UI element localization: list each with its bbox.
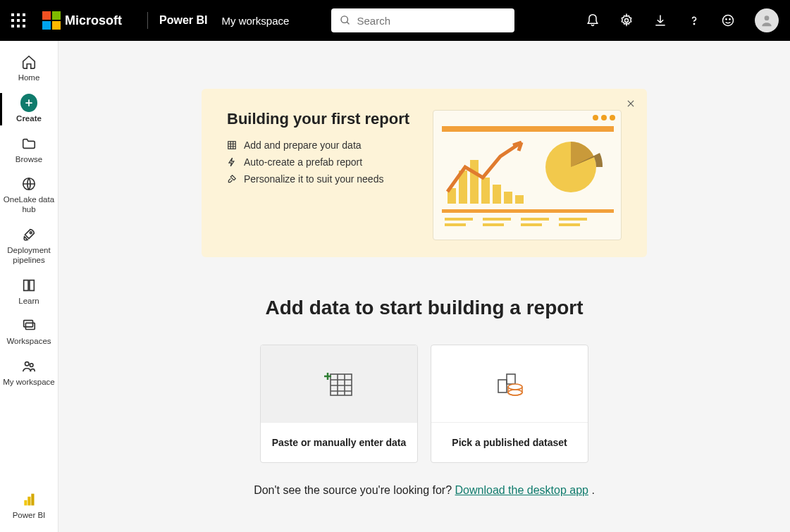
- svg-rect-38: [507, 374, 515, 384]
- close-icon: [626, 99, 636, 109]
- sidebar-item-browse[interactable]: Browse: [0, 130, 58, 171]
- banner-step: Personalize it to suit your needs: [227, 173, 424, 185]
- svg-point-3: [693, 23, 694, 24]
- svg-point-4: [723, 16, 734, 26]
- sidebar-item-label: Power BI: [13, 511, 46, 521]
- svg-rect-21: [470, 160, 479, 204]
- lightning-icon: [227, 157, 237, 167]
- rocket-icon: [20, 226, 37, 243]
- person-icon: [760, 13, 774, 27]
- feedback-icon[interactable]: [721, 13, 735, 27]
- first-report-banner: Building your first report Add and prepa…: [202, 89, 647, 257]
- create-icon: [20, 94, 37, 111]
- svg-rect-37: [498, 380, 507, 392]
- sidebar-item-my-workspace[interactable]: My workspace: [0, 352, 58, 393]
- svg-rect-11: [25, 323, 35, 330]
- svg-rect-28: [445, 218, 473, 221]
- download-desktop-link[interactable]: Download the desktop app: [455, 484, 588, 496]
- svg-point-0: [341, 16, 347, 23]
- sidebar-item-workspaces[interactable]: Workspaces: [0, 311, 58, 352]
- banner-title: Building your first report: [227, 110, 424, 128]
- app-launcher-icon[interactable]: [11, 13, 25, 27]
- page-heading: Add data to start building a report: [265, 297, 583, 319]
- svg-point-12: [25, 362, 30, 366]
- svg-rect-30: [483, 218, 511, 221]
- svg-point-39: [508, 384, 522, 390]
- svg-rect-25: [515, 195, 524, 204]
- notifications-icon[interactable]: [586, 13, 600, 27]
- header-divider: [147, 12, 148, 29]
- sidebar-item-label: My workspace: [3, 378, 55, 388]
- svg-rect-24: [504, 192, 512, 204]
- sidebar-item-label: Deployment pipelines: [1, 246, 56, 266]
- paintbrush-icon: [227, 174, 237, 184]
- svg-rect-22: [481, 178, 490, 204]
- card-label: Paste or manually enter data: [261, 422, 417, 462]
- sidebar-item-pipelines[interactable]: Deployment pipelines: [0, 221, 58, 271]
- banner-illustration: [433, 110, 622, 240]
- sidebar-item-create[interactable]: Create: [0, 89, 58, 130]
- microsoft-logo-icon: [42, 11, 61, 30]
- left-sidebar: Home Create Browse OneLake data hub Depl…: [0, 41, 58, 532]
- svg-rect-18: [442, 126, 614, 132]
- svg-point-13: [30, 364, 33, 367]
- sidebar-item-label: Home: [18, 73, 40, 83]
- account-avatar[interactable]: [755, 8, 779, 32]
- svg-rect-29: [445, 223, 466, 226]
- svg-rect-35: [559, 223, 580, 226]
- svg-rect-33: [521, 223, 542, 226]
- search-icon: [340, 14, 351, 27]
- svg-point-6: [729, 19, 730, 20]
- svg-point-9: [30, 232, 32, 234]
- sidebar-item-onelake[interactable]: OneLake data hub: [0, 170, 58, 221]
- enter-data-icon: [323, 370, 354, 398]
- card-pick-dataset[interactable]: Pick a published dataset: [431, 345, 588, 463]
- main-content: Building your first report Add and prepa…: [58, 41, 790, 532]
- table-icon: [227, 140, 237, 150]
- svg-point-5: [726, 19, 727, 20]
- svg-rect-23: [493, 185, 501, 204]
- footer-text: Don't see the source you're looking for?…: [254, 484, 595, 497]
- settings-icon[interactable]: [619, 13, 634, 27]
- banner-step: Auto-create a prefab report: [227, 156, 424, 168]
- search-input[interactable]: [357, 15, 506, 27]
- card-label: Pick a published dataset: [431, 422, 588, 462]
- svg-rect-14: [24, 500, 27, 506]
- sidebar-item-home[interactable]: Home: [0, 48, 58, 89]
- svg-rect-27: [442, 209, 614, 213]
- workspaces-icon: [20, 317, 37, 334]
- svg-point-7: [765, 16, 770, 20]
- svg-point-40: [508, 390, 522, 395]
- app-name: Power BI: [159, 14, 207, 27]
- sidebar-item-powerbi[interactable]: Power BI: [0, 485, 58, 526]
- help-icon[interactable]: [687, 13, 701, 27]
- svg-point-2: [625, 19, 629, 23]
- svg-line-1: [347, 22, 349, 24]
- top-header: Microsoft Power BI My workspace: [0, 0, 790, 41]
- book-icon: [20, 277, 37, 294]
- home-icon: [20, 54, 37, 70]
- folder-icon: [20, 135, 37, 152]
- powerbi-icon: [20, 491, 37, 508]
- close-banner-button[interactable]: [626, 99, 636, 111]
- download-icon[interactable]: [653, 13, 667, 27]
- svg-rect-34: [559, 218, 587, 221]
- microsoft-logo: Microsoft: [42, 11, 122, 30]
- sidebar-item-label: Create: [16, 114, 42, 124]
- dataset-icon: [494, 370, 525, 398]
- sidebar-item-label: Learn: [18, 297, 39, 307]
- svg-rect-36: [331, 374, 352, 395]
- people-icon: [20, 358, 37, 375]
- onelake-icon: [20, 175, 37, 192]
- breadcrumb[interactable]: My workspace: [221, 15, 289, 27]
- svg-rect-32: [521, 218, 549, 221]
- search-box[interactable]: [331, 8, 514, 32]
- svg-rect-31: [483, 223, 504, 226]
- sidebar-item-label: Browse: [16, 155, 42, 165]
- svg-rect-17: [228, 142, 236, 149]
- sidebar-item-learn[interactable]: Learn: [0, 271, 58, 312]
- sidebar-item-label: Workspaces: [6, 337, 51, 347]
- svg-rect-16: [31, 494, 34, 506]
- svg-rect-15: [27, 497, 30, 506]
- card-paste-data[interactable]: Paste or manually enter data: [260, 345, 418, 463]
